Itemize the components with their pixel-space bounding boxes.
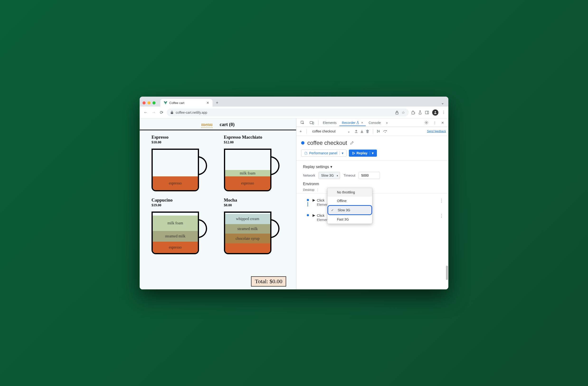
side-panel-icon[interactable] [425, 111, 429, 114]
lock-icon [170, 111, 173, 114]
tab-close-icon[interactable]: ✕ [361, 121, 363, 124]
timeout-input[interactable] [358, 172, 380, 179]
check-icon: ✓ [331, 208, 334, 212]
browser-tab[interactable]: Coffee cart ✕ [160, 99, 212, 107]
product-name: Cappucino [151, 198, 212, 203]
devtools-close-icon[interactable]: ✕ [439, 120, 446, 126]
edit-title-icon[interactable] [350, 141, 354, 145]
tab-recorder[interactable]: Recorder ✕ [339, 120, 366, 126]
inspect-element-icon[interactable] [298, 120, 307, 126]
window-maximize-button[interactable] [152, 101, 156, 104]
address-bar[interactable]: coffee-cart.netlify.app ☆ [167, 108, 409, 116]
layer-milk-foam: milk foam [153, 216, 198, 231]
scrollbar[interactable] [446, 142, 448, 280]
tab-console[interactable]: Console [366, 120, 383, 126]
import-icon[interactable] [360, 130, 364, 133]
layer-espresso: espresso [225, 176, 270, 190]
product-card[interactable]: Mocha $8.00 whipped cream steamed milk c… [224, 198, 285, 254]
step-menu-icon[interactable]: ⋮ [439, 198, 444, 203]
send-feedback-link[interactable]: Send feedback [427, 130, 446, 133]
chevron-down-icon[interactable]: ▾ [370, 151, 374, 155]
bookmark-star-icon[interactable]: ☆ [401, 110, 405, 115]
devtools-menu-icon[interactable]: ⋮ [431, 120, 439, 126]
coffee-cup-icon: espresso [151, 146, 206, 191]
recorder-toolbar: ＋ coffee checkout ⌄ [296, 127, 448, 136]
product-card[interactable]: Espresso $10.00 espresso [151, 135, 212, 191]
export-icon[interactable] [355, 130, 358, 133]
product-card[interactable]: Cappucino $19.00 milk foam steamed milk … [151, 198, 212, 254]
dropdown-option-slow-3g[interactable]: ✓ Slow 3G [328, 205, 372, 215]
environment-label: Environm [303, 182, 319, 186]
replay-settings-title[interactable]: Replay settings ▾ [303, 164, 444, 169]
new-recording-icon[interactable]: ＋ [299, 129, 303, 134]
url-text: coffee-cart.netlify.app [176, 111, 207, 114]
app-nav: menu cart (0) [140, 119, 296, 130]
back-button[interactable]: ← [143, 109, 148, 116]
step-play-icon[interactable] [377, 130, 381, 133]
layer-espresso: espresso [153, 176, 198, 190]
scrollbar-thumb[interactable] [446, 266, 448, 280]
tabs-overflow-icon[interactable]: » [383, 120, 390, 126]
new-tab-button[interactable]: + [214, 100, 220, 106]
caret-up-icon: ▴ [337, 174, 338, 177]
dropdown-option-offline[interactable]: Offline [328, 197, 372, 205]
profile-avatar-icon[interactable] [432, 109, 438, 116]
layer-chocolate-syrup: chocolate syrup [225, 234, 270, 243]
gauge-icon [304, 151, 308, 155]
step-menu-icon[interactable]: ⋮ [439, 213, 444, 218]
window-close-button[interactable] [143, 101, 146, 104]
address-bar-row: ← → ⟳ coffee-cart.netlify.app ☆ [140, 107, 448, 119]
step-row[interactable]: ▶ Click Element "Promotion message" ⋮ [303, 195, 444, 210]
expand-icon[interactable]: ▶ [313, 213, 315, 218]
devtools-panel: Elements Recorder ✕ Console » ⋮ ✕ [296, 119, 448, 289]
tabs-overflow-icon[interactable]: ⌄ [441, 101, 445, 105]
window-minimize-button[interactable] [147, 101, 150, 104]
product-card[interactable]: Espresso Macchiato $12.00 milk foam espr… [224, 135, 285, 191]
tab-strip: Coffee cart ✕ + ⌄ [160, 99, 445, 107]
browser-menu-icon[interactable]: ⋮ [442, 110, 445, 115]
replay-button[interactable]: Replay ▾ [349, 150, 377, 157]
layer-espresso [225, 243, 270, 253]
browser-window: Coffee cart ✕ + ⌄ ← → ⟳ coffee-cart.netl… [140, 97, 448, 289]
share-icon[interactable] [395, 111, 399, 114]
tab-title: Coffee cart [169, 101, 184, 105]
svg-rect-8 [310, 122, 313, 124]
network-label: Network [303, 174, 315, 177]
step-title: Click [317, 213, 325, 218]
devtools-settings-icon[interactable] [422, 119, 431, 126]
layer-whipped-cream: whipped cream [225, 214, 270, 224]
nav-cart-link[interactable]: cart (0) [220, 122, 235, 127]
delete-icon[interactable] [366, 130, 369, 133]
nav-menu-link[interactable]: menu [201, 122, 212, 127]
network-select[interactable]: Slow 3G ▴ [318, 172, 340, 179]
browser-tab-strip: Coffee cart ✕ + ⌄ [140, 97, 448, 107]
cart-total[interactable]: Total: $0.00 [251, 276, 286, 286]
flask-icon [357, 121, 359, 124]
performance-panel-button[interactable]: Performance panel ▾ [301, 150, 346, 157]
step-over-icon[interactable] [383, 130, 387, 133]
tab-elements[interactable]: Elements [320, 120, 339, 126]
recording-title: coffee checkout [307, 140, 347, 146]
browser-toolbar-right: ⋮ [411, 109, 445, 116]
dropdown-option-fast-3g[interactable]: Fast 3G [328, 215, 372, 224]
tab-close-icon[interactable]: ✕ [206, 101, 209, 105]
page-content: menu cart (0) Espresso $10.00 espresso [140, 119, 296, 289]
dropdown-option-no-throttling[interactable]: No throttling [328, 188, 372, 197]
extensions-icon[interactable] [411, 110, 415, 114]
expand-icon[interactable]: ▶ [313, 198, 315, 202]
steps-list: ▶ Click Element "Promotion message" ⋮ ▶ … [296, 193, 448, 230]
network-dropdown: No throttling Offline ✓ Slow 3G Fast 3G [327, 188, 372, 224]
device-toolbar-icon[interactable] [307, 120, 316, 126]
environment-value: Desktop [303, 188, 315, 192]
reload-button[interactable]: ⟳ [159, 109, 164, 116]
chevron-down-icon[interactable]: ▾ [340, 151, 343, 155]
labs-icon[interactable] [419, 110, 422, 114]
layer-steamed-milk: steamed milk [225, 224, 270, 234]
recording-selector[interactable]: coffee checkout ⌄ [310, 128, 352, 134]
coffee-cup-icon: whipped cream steamed milk chocolate syr… [224, 209, 279, 254]
forward-button[interactable]: → [150, 109, 156, 116]
svg-rect-9 [313, 122, 314, 124]
vue-favicon-icon [164, 101, 168, 105]
product-price: $19.00 [151, 203, 212, 207]
step-row[interactable]: ▶ Click Element "Submit" ⋮ [303, 210, 444, 225]
